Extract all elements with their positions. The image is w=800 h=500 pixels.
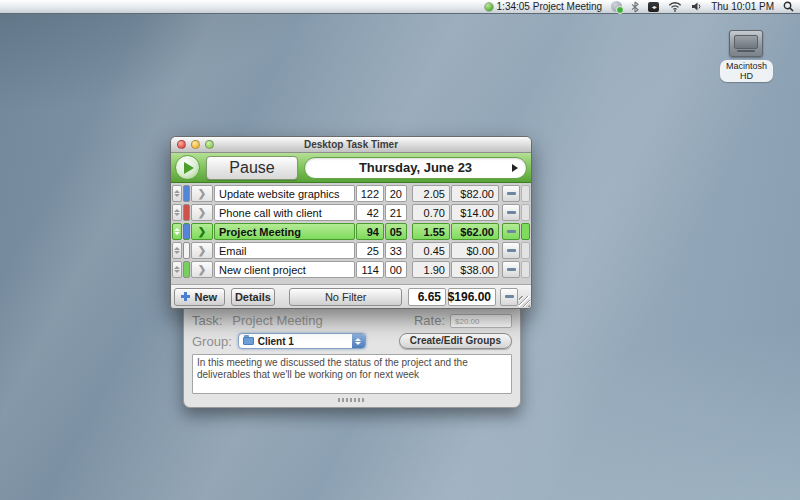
task-remove-button[interactable] xyxy=(502,223,520,240)
minus-icon xyxy=(507,268,516,271)
down-arrow-icon xyxy=(174,194,180,197)
create-edit-groups-button[interactable]: Create/Edit Groups xyxy=(399,333,512,349)
task-play-arrow-icon[interactable]: ❯ xyxy=(191,204,213,221)
menu-clock[interactable]: Thu 10:01 PM xyxy=(711,1,774,12)
task-remove-button[interactable] xyxy=(502,204,520,221)
minimize-button[interactable] xyxy=(191,140,200,149)
total-amount: $196.00 xyxy=(448,288,496,306)
menu-wifi[interactable] xyxy=(668,1,682,12)
menu-display[interactable] xyxy=(648,2,659,12)
task-scroll-strip xyxy=(521,223,530,240)
task-minutes[interactable]: 25 xyxy=(356,242,384,259)
hard-drive-icon xyxy=(729,30,763,57)
up-arrow-icon xyxy=(174,190,180,193)
minus-icon xyxy=(505,295,514,298)
timer-status-icon xyxy=(484,2,494,12)
menu-sync[interactable] xyxy=(611,1,622,12)
task-amount: $38.00 xyxy=(451,261,499,278)
task-value: Project Meeting xyxy=(232,313,322,328)
task-hours: 0.45 xyxy=(412,242,450,259)
task-play-arrow-icon[interactable]: ❯ xyxy=(191,223,213,240)
task-scroll-strip xyxy=(521,185,530,202)
task-list: ❯ Update website graphics 122 20 2.05 $8… xyxy=(171,183,531,284)
rate-field[interactable]: $20.00 xyxy=(450,314,512,328)
task-play-arrow-icon[interactable]: ❯ xyxy=(191,261,213,278)
task-seconds[interactable]: 05 xyxy=(385,223,407,240)
task-label: Task: xyxy=(192,313,222,328)
task-color-chip xyxy=(183,223,190,240)
desktop-task-timer-window: Desktop Task Timer Pause Thursday, June … xyxy=(170,136,532,309)
window-title: Desktop Task Timer xyxy=(171,139,531,150)
task-seconds[interactable]: 21 xyxy=(385,204,407,221)
title-bar[interactable]: Desktop Task Timer xyxy=(171,137,531,153)
task-color-chip xyxy=(183,261,190,278)
task-name[interactable]: Email xyxy=(214,242,355,259)
task-stepper[interactable] xyxy=(172,223,182,240)
task-amount: $82.00 xyxy=(451,185,499,202)
spotlight-search-icon xyxy=(783,1,794,12)
menu-volume[interactable] xyxy=(691,1,702,12)
zoom-button[interactable] xyxy=(205,140,214,149)
task-row[interactable]: ❯ Phone call with client 42 21 0.70 $14.… xyxy=(172,204,530,221)
task-seconds[interactable]: 33 xyxy=(385,242,407,259)
task-remove-button[interactable] xyxy=(502,185,520,202)
task-scroll-strip xyxy=(521,261,530,278)
task-color-chip xyxy=(183,185,190,202)
notes-textarea[interactable]: In this meeting we discussed the status … xyxy=(192,354,512,394)
down-arrow-icon xyxy=(174,270,180,273)
task-row[interactable]: ❯ Email 25 33 0.45 $0.00 xyxy=(172,242,530,259)
task-minutes[interactable]: 42 xyxy=(356,204,384,221)
resize-grip[interactable] xyxy=(519,296,530,307)
task-stepper[interactable] xyxy=(172,261,182,278)
task-seconds[interactable]: 20 xyxy=(385,185,407,202)
task-remove-button[interactable] xyxy=(502,261,520,278)
task-play-arrow-icon[interactable]: ❯ xyxy=(191,185,213,202)
task-name[interactable]: Update website graphics xyxy=(214,185,355,202)
task-scroll-strip xyxy=(521,204,530,221)
task-stepper[interactable] xyxy=(172,242,182,259)
play-button[interactable] xyxy=(175,155,200,180)
task-seconds[interactable]: 00 xyxy=(385,261,407,278)
task-stepper[interactable] xyxy=(172,185,182,202)
wifi-icon xyxy=(668,1,682,12)
task-scroll-strip xyxy=(521,242,530,259)
task-stepper[interactable] xyxy=(172,204,182,221)
timer-status-text: 1:34:05 Project Meeting xyxy=(497,1,603,12)
menu-bluetooth[interactable] xyxy=(631,1,639,13)
task-row[interactable]: ❯ New client project 114 00 1.90 $38.00 xyxy=(172,261,530,278)
up-arrow-icon xyxy=(174,247,180,250)
date-picker[interactable]: Thursday, June 23 xyxy=(304,157,527,179)
close-button[interactable] xyxy=(177,140,186,149)
task-color-chip xyxy=(183,204,190,221)
task-hours: 1.55 xyxy=(412,223,450,240)
next-day-icon[interactable] xyxy=(512,164,518,172)
drawer-drag-handle[interactable] xyxy=(338,398,366,402)
group-select[interactable]: Client 1 xyxy=(238,333,366,349)
play-icon xyxy=(184,162,194,174)
task-amount: $62.00 xyxy=(451,223,499,240)
task-remove-button[interactable] xyxy=(502,242,520,259)
details-button[interactable]: Details xyxy=(231,288,276,306)
task-minutes[interactable]: 114 xyxy=(356,261,384,278)
footer-remove-button[interactable] xyxy=(500,288,518,306)
new-task-button[interactable]: New xyxy=(174,288,225,306)
menu-spotlight[interactable] xyxy=(783,1,794,12)
macintosh-hd-icon[interactable]: Macintosh HD xyxy=(720,30,772,83)
filter-button[interactable]: No Filter xyxy=(289,288,402,306)
pause-button[interactable]: Pause xyxy=(206,156,298,180)
menu-timer-status[interactable]: 1:34:05 Project Meeting xyxy=(484,1,603,12)
task-minutes[interactable]: 94 xyxy=(356,223,384,240)
task-row[interactable]: ❯ Project Meeting 94 05 1.55 $62.00 xyxy=(172,223,530,240)
down-arrow-icon xyxy=(174,251,180,254)
footer-bar: New Details No Filter 6.65 $196.00 xyxy=(171,284,531,308)
rate-label: Rate: xyxy=(414,313,445,328)
minus-icon xyxy=(507,211,516,214)
task-name[interactable]: Phone call with client xyxy=(214,204,355,221)
task-name[interactable]: New client project xyxy=(214,261,355,278)
group-value: Client 1 xyxy=(258,336,294,347)
task-name[interactable]: Project Meeting xyxy=(214,223,355,240)
task-amount: $0.00 xyxy=(451,242,499,259)
task-row[interactable]: ❯ Update website graphics 122 20 2.05 $8… xyxy=(172,185,530,202)
task-play-arrow-icon[interactable]: ❯ xyxy=(191,242,213,259)
task-minutes[interactable]: 122 xyxy=(356,185,384,202)
